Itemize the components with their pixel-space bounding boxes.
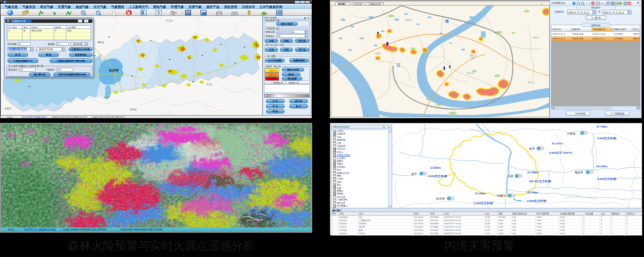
svg-text:中舖口: 中舖口 <box>497 194 505 198</box>
svg-text:计寨项: 计寨项 <box>567 132 576 135</box>
svg-text:梅花率: 梅花率 <box>574 171 583 174</box>
svg-text:0.000立方 7/20/79: 0.000立方 7/20/79 <box>549 151 572 155</box>
svg-text:0.000立方米/秒: 0.000立方米/秒 <box>527 199 547 203</box>
svg-text:邵阳市: 邵阳市 <box>5 107 12 110</box>
svg-text:21.549m: 21.549m <box>527 171 538 174</box>
svg-text:白箬乡: 白箬乡 <box>374 52 381 55</box>
svg-text:泉水湖: 泉水湖 <box>436 197 444 200</box>
svg-text:436.312立方米/秒: 436.312立方米/秒 <box>529 179 551 183</box>
svg-text:%: % <box>603 3 605 5</box>
svg-text:湘: 湘 <box>444 19 449 23</box>
svg-text:双峰县: 双峰县 <box>130 108 137 111</box>
svg-text:0.000立方米/秒: 0.000立方米/秒 <box>597 177 617 181</box>
svg-text:黄花乡: 黄花乡 <box>528 81 535 84</box>
svg-text:26.126m: 26.126m <box>596 165 608 168</box>
svg-text:会泽: 会泽 <box>529 147 535 150</box>
svg-text:长沙市: 长沙市 <box>108 68 119 72</box>
svg-text:0.000立方米/秒: 0.000立方米/秒 <box>428 174 448 178</box>
svg-text:R: R <box>607 2 609 5</box>
svg-text:湘乡市: 湘乡市 <box>103 96 110 99</box>
svg-text:观音乡: 观音乡 <box>470 54 477 57</box>
svg-text:马渡: 马渡 <box>508 174 513 178</box>
svg-text:12.980m: 12.980m <box>430 166 441 169</box>
svg-text:湘阴县: 湘阴县 <box>97 41 104 44</box>
svg-text:Ds.1m?a: Ds.1m?a <box>552 142 563 145</box>
svg-text:翁庆: 翁庆 <box>411 172 417 176</box>
svg-text:江: 江 <box>396 63 401 67</box>
svg-text:%: % <box>174 11 177 14</box>
svg-text:27.798m: 27.798m <box>596 125 608 128</box>
svg-text:桥驿乡: 桥驿乡 <box>532 36 539 39</box>
svg-text:攸 县: 攸 县 <box>207 83 212 86</box>
svg-text:圆坑乡: 圆坑乡 <box>467 71 474 75</box>
svg-text:0.006立方米/秒: 0.006立方米/秒 <box>474 201 494 205</box>
svg-text:16.346m: 16.346m <box>527 191 538 194</box>
svg-text:0.000立方米/秒: 0.000立方米/秒 <box>597 136 617 140</box>
svg-text:平江县: 平江县 <box>165 19 172 22</box>
svg-text:13.466m: 13.466m <box>475 192 486 195</box>
svg-text:梅溪乡: 梅溪乡 <box>405 18 412 21</box>
